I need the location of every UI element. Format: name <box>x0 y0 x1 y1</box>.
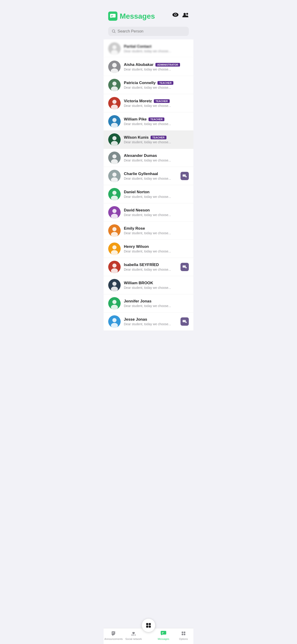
fab-button[interactable] <box>142 619 155 632</box>
contact-action-icon[interactable] <box>180 318 189 326</box>
contact-action[interactable] <box>180 263 189 271</box>
contact-avatar <box>108 188 121 200</box>
svg-rect-85 <box>135 634 136 636</box>
svg-point-11 <box>111 50 118 55</box>
teacher-badge: TEACHER <box>150 136 166 139</box>
contact-name-row: Victoria Moretz TEACHER <box>124 99 189 104</box>
contact-avatar <box>108 115 121 128</box>
contact-item-jesse-jonas[interactable]: Jesse Jonas Dear student, today we choos… <box>104 312 194 331</box>
svg-point-45 <box>112 227 116 231</box>
admin-badge: ADMINISTRATOR <box>156 63 180 66</box>
contact-item-william-brook[interactable]: William BROOK Dear student, today we cho… <box>104 276 194 294</box>
contact-name-row: Charlie Gyllenhaal <box>124 172 178 176</box>
contact-info: Henry Wilson Dear student, today we choo… <box>124 244 189 253</box>
contact-info: David Neeson Dear student, today we choo… <box>124 208 189 217</box>
contact-list: Partial Contact Dear student, today we c… <box>104 40 194 331</box>
contact-preview: Dear student, today we choose... <box>124 213 189 217</box>
contact-name: Wilson Kunis <box>124 135 149 140</box>
contact-avatar <box>108 42 121 55</box>
contact-item-william-pike[interactable]: William Pike TEACHER Dear student, today… <box>104 112 194 130</box>
contact-name-row: Henry Wilson <box>124 244 189 249</box>
contact-name: Victoria Moretz <box>124 99 152 104</box>
contact-info: Charlie Gyllenhaal Dear student, today w… <box>124 172 178 180</box>
svg-point-26 <box>111 141 118 146</box>
contact-avatar <box>108 206 121 218</box>
svg-point-19 <box>112 100 116 104</box>
svg-point-39 <box>112 191 116 195</box>
contact-name: Isabella SEYFRİED <box>124 262 159 267</box>
contact-avatar <box>108 297 121 310</box>
contact-name-row: Jesse Jonas <box>124 317 178 322</box>
search-bar[interactable] <box>108 27 189 36</box>
contact-name: Aisha Abubakar <box>124 62 154 67</box>
contact-name-row: Isabella SEYFRİED <box>124 262 178 267</box>
svg-point-20 <box>111 104 118 110</box>
announcements-label: Announcements <box>104 638 123 640</box>
svg-point-66 <box>111 323 118 328</box>
svg-point-34 <box>183 175 184 176</box>
svg-point-43 <box>111 214 118 218</box>
options-icon <box>180 630 187 637</box>
svg-rect-88 <box>162 633 163 634</box>
contact-name: Charlie Gyllenhaal <box>124 172 158 176</box>
svg-rect-87 <box>162 632 164 633</box>
messages-title-icon <box>108 12 118 21</box>
contact-item-aisha-abubakar[interactable]: Aisha Abubakar ADMINISTRATOR Dear studen… <box>104 58 194 76</box>
contact-preview: Dear student, today we choose... <box>124 322 178 326</box>
contact-info: Jesse Jonas Dear student, today we choos… <box>124 317 178 326</box>
contact-name: Jennifer Jonas <box>124 299 152 304</box>
contact-item-patricia-connelly[interactable]: Patricia Connelly TEACHER Dear student, … <box>104 76 194 94</box>
page-title: Messages <box>120 12 155 20</box>
svg-rect-92 <box>184 634 185 635</box>
contact-action[interactable] <box>180 172 189 180</box>
svg-rect-7 <box>111 16 112 16</box>
contact-item-charlie-gyllenhaal[interactable]: Charlie Gyllenhaal Dear student, today w… <box>104 167 194 185</box>
contact-action[interactable] <box>180 318 189 326</box>
svg-point-25 <box>112 136 116 140</box>
contact-name: Daniel Norton <box>124 190 150 194</box>
svg-point-59 <box>112 282 116 286</box>
contact-action-icon[interactable] <box>180 172 189 180</box>
svg-point-16 <box>112 82 116 86</box>
nav-item-messages[interactable]: Messages <box>154 630 174 640</box>
contact-item-victoria-moretz[interactable]: Victoria Moretz TEACHER Dear student, to… <box>104 94 194 112</box>
contact-info: Patricia Connelly TEACHER Dear student, … <box>124 80 189 89</box>
contact-name: Partial Contact <box>124 44 152 49</box>
contact-preview: Dear student, today we choose... <box>124 231 189 235</box>
svg-point-29 <box>111 159 118 164</box>
contact-avatar <box>108 224 121 237</box>
contact-item-henry-wilson[interactable]: Henry Wilson Dear student, today we choo… <box>104 240 194 258</box>
contact-preview: Dear student, today we choose... <box>124 86 189 89</box>
contact-item-emily-rose[interactable]: Emily Rose Dear student, today we choose… <box>104 222 194 240</box>
svg-point-49 <box>111 250 118 255</box>
contact-avatar <box>108 152 121 164</box>
teacher-badge: TEACHER <box>148 118 164 121</box>
svg-point-51 <box>112 264 116 268</box>
contact-item-daniel-norton[interactable]: Daniel Norton Dear student, today we cho… <box>104 185 194 204</box>
contact-item-partial-top[interactable]: Partial Contact Dear student, today we c… <box>104 40 194 58</box>
contact-item-isabella-seyfried[interactable]: Isabella SEYFRİED Dear student, today we… <box>104 258 194 276</box>
nav-item-options[interactable]: Options <box>173 630 194 640</box>
contact-info: William BROOK Dear student, today we cho… <box>124 281 189 290</box>
contacts-icon[interactable] <box>182 12 189 18</box>
search-input[interactable] <box>118 29 185 34</box>
nav-item-announcements[interactable]: Announcements <box>104 630 124 640</box>
contact-preview: Dear student, today we choose... <box>124 49 189 53</box>
svg-point-22 <box>112 118 116 122</box>
contact-avatar <box>108 133 121 146</box>
contact-item-wilson-kunis[interactable]: Wilson Kunis TEACHER Dear student, today… <box>104 130 194 149</box>
contact-item-david-neeson[interactable]: David Neeson Dear student, today we choo… <box>104 204 194 222</box>
eye-icon[interactable] <box>172 12 179 18</box>
svg-point-54 <box>183 266 184 267</box>
social-network-label: Social network <box>125 638 142 640</box>
contact-item-jennifer-jonas[interactable]: Jennifer Jonas Dear student, today we ch… <box>104 294 194 312</box>
contact-preview: Dear student, today we choose... <box>124 268 178 271</box>
svg-marker-82 <box>133 634 134 634</box>
contact-name: Emily Rose <box>124 226 145 231</box>
nav-item-social-network[interactable]: Social network <box>124 630 144 640</box>
svg-rect-81 <box>132 632 135 634</box>
contact-item-alexander-dumas[interactable]: Alexander Dumas Dear student, today we c… <box>104 149 194 167</box>
svg-rect-69 <box>184 321 185 321</box>
svg-point-28 <box>112 154 116 158</box>
contact-action-icon[interactable] <box>180 263 189 271</box>
